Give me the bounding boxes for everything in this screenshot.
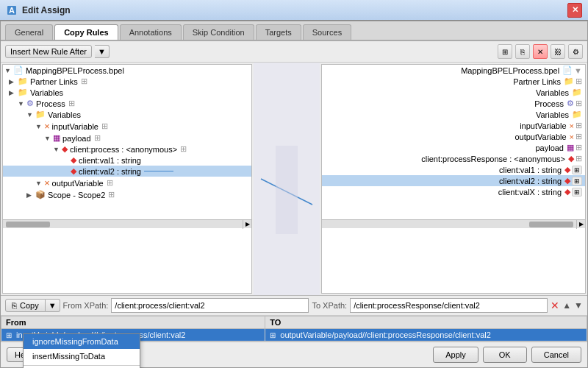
left-tree-root[interactable]: ▼ 📄 MappingBPELProcess.bpel <box>3 65 251 76</box>
svg-text:A: A <box>9 6 15 15</box>
move-up-icon[interactable]: ▲ <box>562 300 571 311</box>
right-root-label: MappingBPELProcess.bpel <box>461 66 559 75</box>
table-cell-to: ⊞ outputVariable/payload//client:process… <box>265 329 587 342</box>
from-xpath-input[interactable] <box>111 298 309 313</box>
copy-btn-icon: ⎘ <box>12 301 17 310</box>
left-tree-scrollbar[interactable]: ▶ <box>3 219 251 228</box>
connector-panel <box>254 63 320 295</box>
row-to-icon: ⊞ <box>270 331 276 339</box>
right-tree-panel: MappingBPELProcess.bpel 📄 ▼ Partner Link… <box>321 64 586 294</box>
ok-button[interactable]: OK <box>483 347 527 363</box>
right-scroll-right-btn[interactable]: ▶ <box>576 220 585 229</box>
right-tree-variables2[interactable]: Variables 📁 <box>322 109 585 120</box>
dialog-body: General Copy Rules Annotations Skip Cond… <box>0 21 588 368</box>
left-tree-process[interactable]: ▼ ⚙ Process ⊞ <box>3 98 251 109</box>
root-label: MappingBPELProcess.bpel <box>26 66 124 75</box>
left-tree-payload[interactable]: ▼ ▦ payload ⊞ <box>3 132 251 144</box>
right-tree-clientvalx[interactable]: client:valX : string ◆ ⊞ <box>322 186 585 197</box>
right-scrollbar-thumb[interactable] <box>529 222 573 227</box>
right-tree-root[interactable]: MappingBPELProcess.bpel 📄 ▼ <box>322 65 585 76</box>
process-label: Process <box>36 99 65 108</box>
right-tree-variables[interactable]: Variables 📁 <box>322 87 585 98</box>
remove-rule-icon[interactable]: ✕ <box>551 300 559 311</box>
clientval2-label: client:val2 : string <box>79 167 141 176</box>
insert-label: insertMissingToData <box>32 352 105 361</box>
scroll-right-btn[interactable]: ▶ <box>243 220 251 229</box>
right-tree-clientprocessresponse[interactable]: client:processResponse : <anonymous> ◆ ⊞ <box>322 153 585 164</box>
from-header: From <box>1 316 265 329</box>
right-tree-process[interactable]: Process ⚙ ⊞ <box>322 98 585 109</box>
to-xpath-input[interactable] <box>350 298 548 313</box>
cancel-button[interactable]: Cancel <box>531 347 581 363</box>
context-menu-separator <box>24 365 140 366</box>
process-vars-label: Variables <box>48 110 81 119</box>
title-bar: A Edit Assign ✕ <box>0 0 588 21</box>
right-valx-badge[interactable]: ⊞ <box>572 188 582 197</box>
clientval1-icon: ◆ <box>71 155 76 165</box>
left-tree-variables2[interactable]: ▼ 📁 Variables <box>3 109 251 120</box>
left-tree-clientval2[interactable]: ◆ client:val2 : string <box>3 166 251 177</box>
delete-toolbar-icon[interactable]: ✕ <box>533 44 548 59</box>
window-title: Edit Assign <box>22 5 567 15</box>
right-tree-inputvar[interactable]: inputVariable × ⊞ <box>322 120 585 131</box>
right-tree-partnerlinks[interactable]: Partner Links 📁 ⊞ <box>322 76 585 87</box>
scrollbar-thumb[interactable] <box>6 222 50 227</box>
main-content-area: ▼ 📄 MappingBPELProcess.bpel ▶ 📁 Partner … <box>1 63 587 295</box>
right-tree-payload[interactable]: payload ▦ ⊞ <box>322 142 585 153</box>
tab-copy-rules[interactable]: Copy Rules <box>54 24 118 40</box>
left-tree-clientval1[interactable]: ◆ client:val1 : string <box>3 155 251 166</box>
right-payload-label: payload <box>535 144 564 152</box>
main-toolbar: Insert New Rule After ▼ ⊞ ⎘ ✕ ⛓ ⚙ <box>1 41 587 63</box>
context-menu-item-insert[interactable]: insertMissingToData <box>24 349 140 364</box>
right-process-label: Process <box>534 99 564 108</box>
bottom-area: ⎘ Copy ▼ From XPath: To XPath: ✕ ▲ ▼ Fro… <box>1 295 587 342</box>
left-tree-scope[interactable]: ▶ 📦 Scope - Scope2 ⊞ <box>3 189 251 200</box>
insert-rule-dropdown[interactable]: ▼ <box>95 45 110 58</box>
settings-toolbar-icon[interactable]: ⚙ <box>568 44 583 59</box>
clientprocess-icon: ◆ <box>62 144 68 154</box>
copy-button[interactable]: ⎘ Copy <box>5 299 46 312</box>
ignore-label: ignoreMissingFromData <box>32 337 118 346</box>
grid-toolbar-icon[interactable]: ⊞ <box>498 44 512 59</box>
process-vars-icon: 📁 <box>35 110 46 119</box>
copy-dropdown[interactable]: ▼ <box>46 299 60 312</box>
tab-general[interactable]: General <box>5 24 53 40</box>
partnerlinks-label: Partner Links <box>30 77 78 86</box>
to-value: outputVariable/payload//client:processRe… <box>280 330 491 339</box>
context-menu-item-ignore[interactable]: ignoreMissingFromData <box>24 334 140 349</box>
tab-sources[interactable]: Sources <box>303 24 351 40</box>
copy-toolbar-icon[interactable]: ⎘ <box>515 44 530 59</box>
insert-rule-button[interactable]: Insert New Rule After <box>5 45 92 58</box>
right-tree-outputvar[interactable]: outputVariable × ⊞ <box>322 131 585 142</box>
left-tree-inputvar[interactable]: ▼ × inputVariable ⊞ <box>3 120 251 132</box>
payload-icon: ▦ <box>53 133 60 143</box>
left-tree-partnerlinks[interactable]: ▶ 📁 Partner Links ⊞ <box>3 76 251 87</box>
right-tree-clientval2[interactable]: client:val2 : string ◆ ⊞ <box>322 175 585 186</box>
tab-skip-condition[interactable]: Skip Condition <box>183 24 254 40</box>
move-down-icon[interactable]: ▼ <box>574 300 583 311</box>
clientval2-icon: ◆ <box>71 166 76 176</box>
link-toolbar-icon[interactable]: ⛓ <box>551 44 565 59</box>
left-tree-clientprocess[interactable]: ▼ ◆ client:process : <anonymous> ⊞ <box>3 144 251 155</box>
right-tree-clientval1[interactable]: client:val1 : string ◆ ⊞ <box>322 164 585 175</box>
apply-button[interactable]: Apply <box>433 347 478 363</box>
tab-annotations[interactable]: Annotations <box>120 24 182 40</box>
close-button[interactable]: ✕ <box>567 3 582 18</box>
clientprocess-label: client:process : <anonymous> <box>70 145 177 154</box>
root-icon: 📄 <box>13 66 24 75</box>
outputvar-icon: × <box>44 177 50 188</box>
scope-icon: 📦 <box>35 190 46 199</box>
tab-bar: General Copy Rules Annotations Skip Cond… <box>1 21 587 41</box>
right-val2-badge[interactable]: ⊞ <box>572 177 582 185</box>
to-header: TO <box>265 316 587 329</box>
from-xpath-label: From XPath: <box>63 301 109 310</box>
right-tree-scrollbar[interactable]: ▶ <box>322 219 585 228</box>
variables-folder-icon: 📁 <box>18 88 28 97</box>
right-clientvalx-label: client:valX : string <box>498 188 562 197</box>
left-tree-panel: ▼ 📄 MappingBPELProcess.bpel ▶ 📁 Partner … <box>2 64 252 294</box>
left-tree-outputvar[interactable]: ▼ × outputVariable ⊞ <box>3 177 251 189</box>
right-clientval2-label: client:val2 : string <box>499 177 562 185</box>
left-tree-variables[interactable]: ▶ 📁 Variables <box>3 87 251 98</box>
right-val1-badge[interactable]: ⊞ <box>572 166 582 174</box>
tab-targets[interactable]: Targets <box>256 24 301 40</box>
